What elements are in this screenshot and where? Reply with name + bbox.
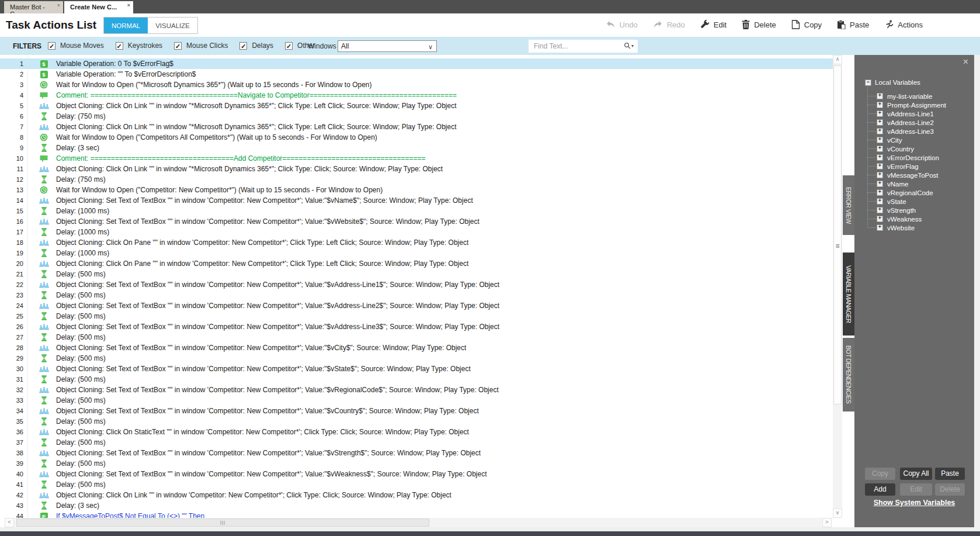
visualize-view-button[interactable]: VISUALIZE: [148, 18, 197, 33]
horizontal-scrollbar[interactable]: < ||| >: [5, 518, 832, 527]
filter-mouse-moves-checkbox[interactable]: ✓Mouse Moves: [48, 42, 104, 50]
task-row[interactable]: 19Delay: (1000 ms): [0, 248, 833, 258]
windows-dropdown[interactable]: All ∨: [338, 40, 437, 52]
task-row[interactable]: 43Delay: (3 sec): [0, 500, 833, 511]
expand-icon[interactable]: +: [877, 172, 883, 178]
filter-keystrokes-checkbox[interactable]: ✓Keystrokes: [116, 42, 162, 50]
task-row[interactable]: 7Object Cloning: Click On Link "" in win…: [0, 122, 833, 132]
variable-item-vstate[interactable]: +vState: [877, 197, 974, 206]
toolbar-delete-button[interactable]: Delete: [742, 20, 776, 29]
copy-all-button[interactable]: Copy All: [900, 468, 932, 480]
delete-button[interactable]: Delete: [935, 483, 965, 496]
task-row[interactable]: 32Object Cloning: Set Text of TextBox ""…: [0, 385, 833, 395]
task-row[interactable]: 14Object Cloning: Set Text of TextBox ""…: [0, 195, 833, 206]
expand-icon[interactable]: +: [877, 181, 883, 187]
task-row[interactable]: 37Delay: (500 ms): [0, 437, 833, 448]
task-row[interactable]: 34Object Cloning: Set Text of TextBox ""…: [0, 406, 833, 416]
task-row[interactable]: 24Object Cloning: Set Text of TextBox ""…: [0, 300, 833, 311]
expand-icon[interactable]: +: [877, 224, 883, 231]
scroll-thumb[interactable]: [833, 65, 842, 404]
task-row[interactable]: 2$Variable Operation: "" To $vErrorDescr…: [0, 69, 833, 79]
task-row[interactable]: 30Object Cloning: Set Text of TextBox ""…: [0, 364, 833, 374]
task-row[interactable]: 8Wait for Window to Open ("Competitors A…: [0, 132, 833, 143]
variable-item-vaddress-line2[interactable]: +vAddress-Line2: [877, 118, 974, 127]
side-tab-error-view[interactable]: ERROR VIEW: [843, 175, 854, 235]
toolbar-edit-button[interactable]: Edit: [700, 20, 727, 29]
expand-icon[interactable]: +: [877, 198, 883, 205]
expand-icon[interactable]: +: [877, 163, 883, 170]
task-row[interactable]: 5Object Cloning: Click On Link "" in win…: [0, 101, 833, 111]
expand-icon[interactable]: +: [877, 128, 883, 134]
task-row[interactable]: 25Delay: (500 ms): [0, 311, 833, 321]
toolbar-redo-button[interactable]: Redo: [653, 20, 685, 29]
task-row[interactable]: 27Delay: (500 ms): [0, 332, 833, 343]
variable-item-verrorflag[interactable]: +vErrorFlag: [877, 162, 974, 171]
task-row[interactable]: 20Object Cloning: Click On Pane "" in wi…: [0, 258, 833, 269]
scroll-down-button[interactable]: ∨: [833, 509, 842, 518]
variable-item-vweakness[interactable]: +vWeakness: [877, 215, 974, 223]
variable-item-vcity[interactable]: +vCity: [877, 136, 974, 144]
variable-item-prompt-assignment[interactable]: +Prompt-Assignment: [877, 101, 974, 109]
collapse-icon[interactable]: −: [865, 79, 871, 86]
scroll-up-button[interactable]: ∧: [833, 55, 842, 64]
expand-icon[interactable]: +: [877, 110, 883, 117]
variable-item-verrordescription[interactable]: +vErrorDescription: [877, 153, 974, 162]
task-row[interactable]: 22Object Cloning: Set Text of TextBox ""…: [0, 279, 833, 290]
close-icon[interactable]: ×: [127, 2, 130, 8]
variable-item-vstrength[interactable]: +vStrength: [877, 206, 974, 215]
task-row[interactable]: 38Object Cloning: Set Text of TextBox ""…: [0, 448, 833, 458]
find-text-input[interactable]: Find Text... ▾: [529, 40, 638, 53]
task-row[interactable]: 4Comment: ==============================…: [0, 90, 833, 101]
normal-view-button[interactable]: NORMAL: [104, 18, 148, 33]
variable-item-vcountry[interactable]: +vCountry: [877, 144, 974, 153]
task-row[interactable]: 44IFIf $vMessageToPost$ Not Equal To (<>…: [0, 511, 833, 518]
tab-master-bot[interactable]: Master Bot - C... ×: [4, 1, 63, 13]
side-tab-variable-manager[interactable]: VARIABLE MANAGER: [843, 253, 854, 336]
variable-item-vwebsite[interactable]: +vWebsite: [877, 223, 974, 232]
filter-delays-checkbox[interactable]: ✓Delays: [239, 42, 273, 50]
task-row[interactable]: 17Delay: (1000 ms): [0, 227, 833, 237]
task-row[interactable]: 35Delay: (500 ms): [0, 416, 833, 427]
add-button[interactable]: Add: [865, 483, 895, 496]
checkbox-icon[interactable]: ✓: [239, 42, 247, 50]
copy-button[interactable]: Copy: [865, 468, 895, 480]
expand-icon[interactable]: +: [877, 93, 883, 99]
task-row[interactable]: 33Delay: (500 ms): [0, 395, 833, 406]
panel-splitter-handle[interactable]: ≡: [833, 242, 842, 250]
expand-icon[interactable]: +: [877, 207, 883, 213]
task-row[interactable]: 39Delay: (500 ms): [0, 458, 833, 469]
task-row[interactable]: 31Delay: (500 ms): [0, 374, 833, 385]
task-row[interactable]: 9Delay: (3 sec): [0, 143, 833, 153]
toolbar-actions-button[interactable]: Actions: [884, 20, 923, 29]
vertical-scrollbar[interactable]: ∧ ∨: [833, 55, 842, 518]
paste-button[interactable]: Paste: [935, 468, 965, 480]
task-row[interactable]: 1$Variable Operation: 0 To $vErrorFlag$: [0, 58, 833, 69]
scroll-right-button[interactable]: >: [822, 518, 832, 527]
task-row[interactable]: 11Object Cloning: Click On Link "" in wi…: [0, 164, 833, 174]
task-row[interactable]: 10Comment: =============================…: [0, 153, 833, 164]
variable-item-vname[interactable]: +vName: [877, 179, 974, 188]
side-tab-bot-dependencies[interactable]: BOT DEPENDENCIES: [843, 338, 854, 411]
tree-root-local-variables[interactable]: − Local Variables: [865, 78, 974, 87]
variable-item-my-list-variable[interactable]: +my-list-variable: [877, 92, 974, 101]
toolbar-undo-button[interactable]: Undo: [606, 20, 638, 29]
close-icon[interactable]: ×: [963, 57, 968, 67]
show-system-variables-link[interactable]: Show System Variables: [854, 499, 974, 507]
expand-icon[interactable]: +: [877, 119, 883, 126]
tab-create-new[interactable]: Create New C... ×: [64, 1, 133, 13]
checkbox-icon[interactable]: ✓: [174, 42, 182, 50]
variable-item-vaddress-line3[interactable]: +vAddress-Line3: [877, 127, 974, 136]
expand-icon[interactable]: +: [877, 102, 883, 108]
task-row[interactable]: 41Delay: (500 ms): [0, 479, 833, 490]
checkbox-icon[interactable]: ✓: [48, 42, 55, 50]
checkbox-icon[interactable]: ✓: [285, 42, 293, 50]
checkbox-icon[interactable]: ✓: [116, 42, 123, 50]
task-row[interactable]: 15Delay: (1000 ms): [0, 206, 833, 216]
toolbar-paste-button[interactable]: Paste: [837, 20, 869, 29]
task-row[interactable]: 26Object Cloning: Set Text of TextBox ""…: [0, 321, 833, 332]
task-row[interactable]: 3Wait for Window to Open ("*Microsoft Dy…: [0, 79, 833, 90]
scroll-thumb[interactable]: |||: [16, 518, 429, 527]
search-icon[interactable]: ▾: [624, 42, 634, 49]
variable-item-vaddress-line1[interactable]: +vAddress-Line1: [877, 109, 974, 118]
filter-mouse-clicks-checkbox[interactable]: ✓Mouse Clicks: [174, 42, 228, 50]
